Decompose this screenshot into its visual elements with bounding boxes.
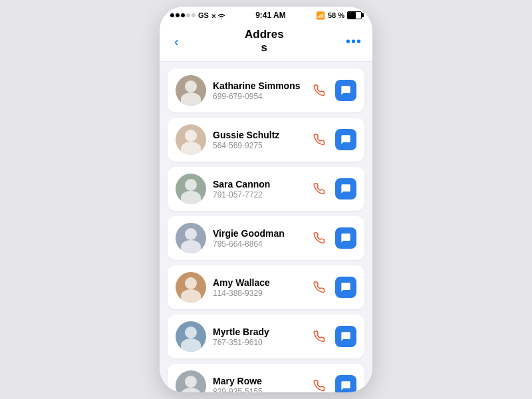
avatar: [176, 272, 206, 303]
avatar: [176, 321, 206, 352]
call-button[interactable]: [309, 277, 330, 298]
contact-actions: [309, 326, 356, 347]
contact-phone: 564-569-9275: [213, 141, 302, 150]
list-item[interactable]: Sara Cannon 791-057-7722: [168, 167, 364, 211]
contact-info: Gussie Schultz 564-569-9275: [213, 130, 302, 150]
contact-actions: [309, 277, 356, 298]
contact-name: Virgie Goodman: [213, 228, 302, 239]
contact-list: Katharine Simmons 699-679-0954: [160, 62, 372, 392]
call-button[interactable]: [309, 178, 330, 200]
avatar: [176, 174, 206, 204]
avatar: [176, 124, 206, 155]
message-button[interactable]: [335, 227, 356, 249]
back-button[interactable]: ‹: [170, 33, 183, 51]
contact-phone: 791-057-7722: [213, 190, 302, 200]
contact-name: Katharine Simmons: [213, 80, 302, 91]
status-bar: GS ⨉ 9:41 AM 📶 58 %: [160, 7, 372, 23]
more-button[interactable]: •••: [346, 34, 362, 49]
call-button[interactable]: [309, 326, 330, 347]
contact-actions: [309, 178, 356, 200]
call-button[interactable]: [309, 129, 330, 150]
contact-name: Amy Wallace: [213, 277, 302, 288]
list-item[interactable]: Katharine Simmons 699-679-0954: [168, 68, 364, 112]
dot-1: [170, 13, 174, 17]
list-item[interactable]: Myrtle Brady 767-351-9610: [168, 315, 364, 358]
call-button[interactable]: [309, 375, 330, 392]
message-button[interactable]: [335, 277, 356, 298]
avatar: [176, 75, 206, 106]
battery-icon: [347, 11, 362, 19]
contact-info: Sara Cannon 791-057-7722: [213, 179, 302, 200]
contact-info: Virgie Goodman 795-664-8864: [213, 228, 302, 249]
message-button[interactable]: [335, 375, 356, 392]
contact-phone: 114-388-9329: [213, 289, 302, 298]
contact-phone: 767-351-9610: [213, 338, 302, 347]
dot-5: [192, 13, 196, 17]
bluetooth-icon: 📶: [316, 11, 325, 20]
dot-3: [181, 13, 185, 17]
page-title: Address: [245, 28, 284, 55]
contact-phone: 829-935-5155: [213, 387, 302, 393]
nav-bar: ‹ Address •••: [160, 23, 372, 62]
contact-actions: [309, 80, 356, 101]
list-item[interactable]: Amy Wallace 114-388-9329: [168, 265, 364, 309]
message-button[interactable]: [335, 326, 356, 347]
message-button[interactable]: [335, 80, 356, 101]
avatar: [176, 370, 206, 392]
contact-info: Mary Rowe 829-935-5155: [213, 376, 302, 393]
list-item[interactable]: Mary Rowe 829-935-5155: [168, 364, 364, 392]
status-left: GS ⨉: [170, 11, 225, 20]
wifi-icon: ⨉: [211, 11, 225, 20]
contact-info: Amy Wallace 114-388-9329: [213, 277, 302, 298]
contact-actions: [309, 227, 356, 249]
contact-actions: [309, 375, 356, 392]
status-time: 9:41 AM: [255, 11, 286, 20]
message-button[interactable]: [335, 178, 356, 200]
contact-name: Mary Rowe: [213, 376, 302, 386]
dot-2: [176, 13, 180, 17]
carrier-label: GS: [198, 11, 209, 19]
signal-dots: [170, 13, 196, 17]
contact-phone: 699-679-0954: [213, 92, 302, 101]
call-button[interactable]: [309, 80, 330, 101]
contact-info: Katharine Simmons 699-679-0954: [213, 80, 302, 101]
battery-label: 58 %: [328, 11, 344, 19]
dot-4: [186, 13, 190, 17]
list-item[interactable]: Virgie Goodman 795-664-8864: [168, 216, 364, 260]
contact-name: Gussie Schultz: [213, 130, 302, 140]
call-button[interactable]: [309, 227, 330, 249]
avatar: [176, 223, 206, 253]
contact-actions: [309, 129, 356, 150]
status-right: 📶 58 %: [316, 11, 362, 20]
contact-name: Myrtle Brady: [213, 327, 302, 337]
phone-frame: GS ⨉ 9:41 AM 📶 58 % ‹ Address •••: [160, 7, 372, 392]
contact-phone: 795-664-8864: [213, 239, 302, 249]
contact-name: Sara Cannon: [213, 179, 302, 190]
list-item[interactable]: Gussie Schultz 564-569-9275: [168, 118, 364, 162]
message-button[interactable]: [335, 129, 356, 150]
contact-info: Myrtle Brady 767-351-9610: [213, 327, 302, 347]
